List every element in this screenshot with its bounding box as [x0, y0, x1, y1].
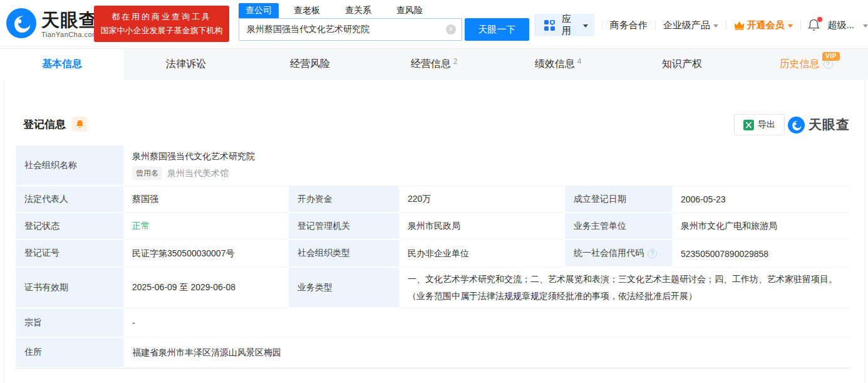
promo-banner-line2: 国家中小企业发展子基金旗下机构 — [101, 24, 223, 38]
chevron-down-icon — [713, 24, 718, 28]
apps-menu-label: 应用 — [562, 13, 577, 37]
field-value-legal-rep: 蔡国强 — [123, 186, 287, 213]
tab-label: 知识产权 — [662, 58, 702, 71]
logo-title: 天眼查 — [41, 11, 98, 29]
search-area: 查公司 查老板 查关系 查风险 × 天眼一下 — [239, 3, 529, 41]
field-value-cert-no: 民证字第350500030007号 — [123, 240, 287, 268]
page-right-border — [864, 48, 865, 383]
org-name-text: 泉州蔡国强当代文化艺术研究院 — [132, 151, 255, 162]
field-label-credit-code: 统一社会信用代码 ? — [564, 240, 672, 268]
field-label-status: 登记状态 — [14, 213, 123, 240]
chevron-down-icon — [863, 24, 868, 28]
tab-basic-info[interactable]: 基本信息 — [0, 49, 124, 80]
search-input[interactable] — [239, 18, 462, 41]
brand-watermark-text: 天眼查 — [809, 116, 850, 134]
chevron-down-icon — [583, 24, 588, 28]
excel-icon — [743, 120, 754, 130]
tab-history-info[interactable]: 历史信息 VIP ? — [744, 49, 868, 80]
logo-subtitle: TianYanCha.com — [41, 31, 98, 38]
divider — [655, 20, 656, 30]
field-label-supervisor: 业务主管单位 — [564, 213, 672, 240]
search-tab-boss[interactable]: 查老板 — [289, 3, 325, 18]
field-label-established: 成立登记日期 — [564, 186, 672, 213]
help-icon[interactable]: ? — [824, 60, 833, 69]
account-menu[interactable]: 超级... — [827, 19, 868, 31]
tab-label: 历史信息 — [780, 58, 820, 71]
promo-banner[interactable]: 都在用的商业查询工具 国家中小企业发展子基金旗下机构 — [94, 6, 229, 42]
field-label-authority: 登记管理机关 — [287, 213, 399, 240]
field-value-supervisor: 泉州市文化广电和旅游局 — [672, 213, 850, 240]
open-vip-menu[interactable]: 开通会员 — [734, 19, 793, 31]
field-value-established: 2006-05-23 — [672, 186, 850, 213]
tab-count-badge: 4 — [577, 57, 582, 66]
export-button[interactable]: 导出 — [734, 114, 785, 135]
crown-icon — [734, 21, 745, 30]
tab-label: 法律诉讼 — [166, 58, 206, 71]
field-value-purpose: - — [123, 308, 850, 338]
tab-label: 经营信息 — [411, 58, 451, 71]
field-label-org-name: 社会组织名称 — [14, 145, 123, 186]
tab-count-badge: 2 — [453, 57, 458, 66]
tianyancha-company-page: 天眼查 TianYanCha.com 都在用的商业查询工具 国家中小企业发展子基… — [0, 0, 868, 383]
former-name-tag: 曾用名 — [132, 167, 162, 180]
field-label-purpose: 宗旨 — [14, 308, 123, 338]
promo-banner-line1: 都在用的商业查询工具 — [111, 10, 212, 24]
header-menu: 应用 商务合作 企业级产品 开通会员 — [534, 13, 868, 37]
clear-search-icon[interactable]: × — [446, 24, 456, 34]
tianyancha-logo-icon — [788, 117, 805, 134]
field-value-credit-code: 523505007890029858 — [672, 240, 850, 268]
field-value-cert-validity: 2025-06-09 至 2029-06-08 — [123, 268, 287, 308]
divider — [726, 20, 726, 30]
top-header: 天眼查 TianYanCha.com 都在用的商业查询工具 国家中小企业发展子基… — [0, 0, 868, 48]
field-value-capital: 220万 — [399, 186, 564, 213]
tianyancha-logo[interactable]: 天眼查 TianYanCha.com — [6, 8, 98, 41]
page-left-border — [4, 48, 4, 383]
search-button[interactable]: 天眼一下 — [465, 18, 529, 41]
notifications-button[interactable] — [808, 19, 820, 31]
field-value-org-name: 泉州蔡国强当代文化艺术研究院 曾用名 泉州当代美术馆 — [123, 145, 850, 186]
company-nav-tabs: 基本信息 法律诉讼 经营风险 经营信息 2 绩效信息 4 知识产权 历史信息 V… — [0, 48, 868, 80]
bell-icon — [76, 120, 84, 129]
tab-operating-risk[interactable]: 经营风险 — [248, 49, 372, 80]
tab-intellectual-property[interactable]: 知识产权 — [620, 49, 744, 80]
field-label-legal-rep: 法定代表人 — [14, 186, 123, 213]
business-coop-link[interactable]: 商务合作 — [610, 19, 648, 31]
tab-legal-proceedings[interactable]: 法律诉讼 — [124, 49, 248, 80]
field-label-address: 住所 — [14, 338, 123, 368]
field-label-capital: 开办资金 — [287, 186, 399, 213]
field-label-business-type: 业务类型 — [287, 268, 399, 308]
tab-label: 绩效信息 — [535, 58, 575, 71]
brand-watermark: 天眼查 — [788, 116, 850, 134]
apps-menu-button[interactable]: 应用 — [534, 14, 594, 36]
field-label-cert-no: 登记证号 — [14, 240, 123, 268]
field-value-business-type: 一、文化艺术学术研究和交流；二、艺术展览和表演；三文化艺术主题研讨会；四、工作坊… — [399, 268, 850, 308]
search-tab-risk[interactable]: 查风险 — [391, 3, 428, 18]
tab-label: 经营风险 — [290, 58, 330, 71]
divider — [602, 20, 602, 30]
vip-badge: VIP — [822, 52, 840, 61]
tab-performance-info[interactable]: 绩效信息 4 — [496, 49, 620, 80]
export-label: 导出 — [758, 119, 775, 130]
help-icon[interactable]: ? — [648, 249, 657, 258]
notification-dot — [817, 17, 822, 22]
enterprise-products-label: 企业级产品 — [663, 19, 710, 31]
account-label: 超级... — [827, 19, 854, 31]
credit-code-label-text: 统一社会信用代码 — [574, 248, 644, 259]
section-title: 登记信息 — [23, 117, 66, 132]
search-tab-relation[interactable]: 查关系 — [340, 3, 376, 18]
registration-table: 社会组织名称 泉州蔡国强当代文化艺术研究院 曾用名 泉州当代美术馆 法定代表人 … — [14, 145, 850, 369]
field-value-address: 福建省泉州市丰泽区清源山风景区梅园 — [123, 338, 850, 368]
field-label-org-type: 社会组织类型 — [287, 240, 399, 268]
field-value-authority: 泉州市民政局 — [399, 213, 564, 240]
tab-business-info[interactable]: 经营信息 2 — [372, 49, 496, 80]
search-tab-company[interactable]: 查公司 — [239, 3, 279, 18]
monitor-bell-button[interactable] — [72, 117, 87, 132]
field-value-org-type: 民办非企业单位 — [399, 240, 564, 268]
apps-grid-icon — [544, 20, 555, 31]
enterprise-products-menu[interactable]: 企业级产品 — [663, 19, 718, 31]
open-vip-label: 开通会员 — [747, 19, 785, 31]
divider — [800, 20, 801, 30]
field-value-status: 正常 — [123, 213, 287, 240]
tianyancha-logo-icon — [6, 8, 36, 41]
field-label-cert-validity: 证书有效期 — [14, 268, 123, 308]
